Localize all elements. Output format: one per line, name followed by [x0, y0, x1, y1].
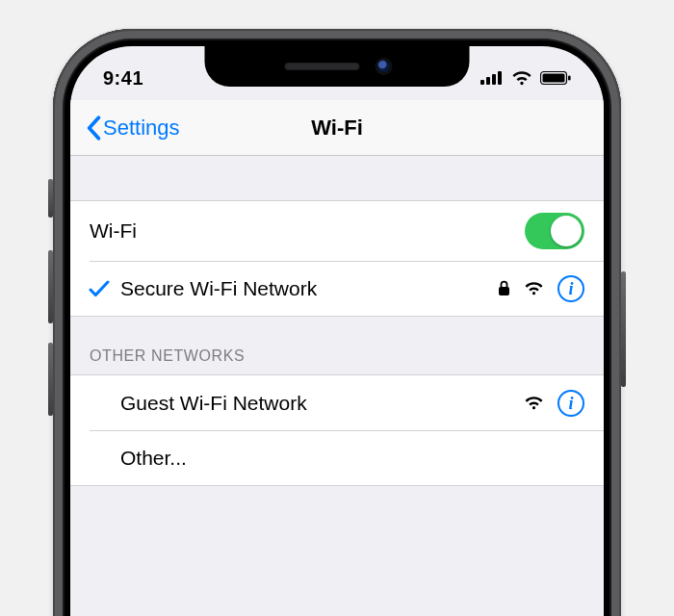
speaker-grille: [284, 63, 359, 70]
switch-knob: [551, 216, 582, 246]
silence-switch: [48, 179, 53, 218]
other-network-manual-row[interactable]: Other...: [70, 430, 604, 486]
connected-network-name: Secure Wi-Fi Network: [120, 277, 498, 300]
back-label: Settings: [103, 116, 180, 141]
screen: 9:41: [70, 46, 604, 616]
battery-icon: [540, 71, 571, 85]
svg-rect-0: [480, 80, 484, 85]
phone-frame: 9:41: [53, 29, 621, 616]
other-networks-header: OTHER NETWORKS: [70, 317, 604, 374]
back-button[interactable]: Settings: [78, 110, 188, 146]
chevron-left-icon: [86, 116, 101, 141]
navigation-bar: Settings Wi-Fi: [70, 100, 604, 156]
wifi-toggle-label: Wi-Fi: [90, 219, 525, 243]
wifi-strength-icon: [524, 396, 544, 410]
other-network-row[interactable]: Guest Wi-Fi Network i: [70, 374, 604, 430]
notch: [205, 46, 470, 87]
info-icon[interactable]: i: [557, 275, 584, 302]
svg-rect-6: [568, 76, 571, 81]
other-label: Other...: [120, 447, 584, 470]
status-time: 9:41: [103, 67, 143, 90]
power-button: [621, 271, 626, 387]
cellular-icon: [480, 71, 504, 85]
wifi-toggle-row[interactable]: Wi-Fi: [70, 200, 604, 261]
other-network-name: Guest Wi-Fi Network: [120, 392, 524, 415]
svg-rect-3: [498, 71, 502, 85]
status-indicators: [480, 70, 571, 86]
connected-network-row[interactable]: Secure Wi-Fi Network i: [70, 261, 604, 317]
wifi-toggle-switch[interactable]: [525, 213, 584, 249]
svg-rect-1: [486, 77, 490, 85]
content: Wi-Fi Secure Wi-Fi Network: [70, 156, 604, 616]
info-icon[interactable]: i: [557, 390, 584, 417]
volume-down-button: [48, 343, 53, 416]
svg-rect-2: [492, 74, 496, 85]
stage: 9:41: [0, 0, 674, 616]
volume-up-button: [48, 250, 53, 323]
front-camera: [376, 60, 390, 73]
checkmark-icon: [89, 279, 110, 298]
wifi-strength-icon: [524, 281, 544, 295]
lock-icon: [498, 280, 510, 296]
wifi-icon: [511, 70, 532, 86]
svg-rect-7: [499, 287, 509, 295]
group-spacer: [70, 156, 604, 200]
svg-rect-5: [543, 74, 565, 83]
